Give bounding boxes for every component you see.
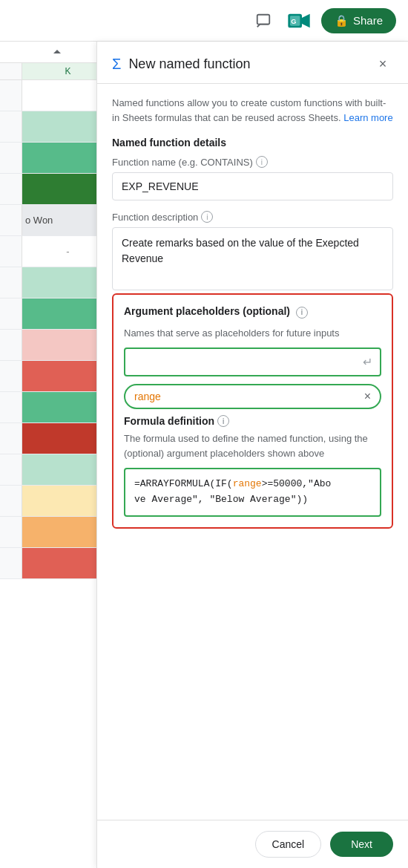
main-area: K o Won bbox=[0, 42, 408, 868]
panel-body: Named functions allow you to create cust… bbox=[97, 84, 408, 820]
panel-footer: Cancel Next bbox=[97, 820, 408, 868]
arg-desc: Names that serve as placeholders for fut… bbox=[124, 326, 381, 341]
row-num bbox=[0, 517, 22, 547]
cancel-button[interactable]: Cancel bbox=[255, 831, 322, 858]
row-num-header bbox=[0, 63, 22, 79]
enter-icon[interactable]: ↵ bbox=[363, 355, 372, 369]
svg-text:G: G bbox=[291, 18, 296, 25]
row-num bbox=[0, 236, 22, 267]
arg-input[interactable] bbox=[133, 356, 363, 368]
learn-more-link[interactable]: Learn more bbox=[343, 112, 392, 123]
comments-icon[interactable] bbox=[250, 7, 277, 34]
range-tag-text: range bbox=[134, 391, 364, 402]
row-num bbox=[0, 298, 22, 329]
panel: Σ New named function × Named functions a… bbox=[96, 42, 408, 868]
row-num bbox=[0, 111, 22, 142]
fn-name-label: Function name (e.g. CONTAINS) i bbox=[112, 156, 393, 168]
sigma-icon: Σ bbox=[112, 56, 121, 73]
close-icon[interactable]: × bbox=[372, 53, 393, 74]
row-num bbox=[0, 174, 22, 204]
panel-header: Σ New named function × bbox=[97, 42, 408, 84]
row-num bbox=[0, 330, 22, 360]
svg-marker-2 bbox=[302, 13, 310, 27]
share-label: Share bbox=[353, 14, 383, 27]
formula-input-wrapper[interactable]: =ARRAYFORMULA(IF(range>=50000,"Above Ave… bbox=[124, 468, 381, 517]
row-num bbox=[0, 80, 22, 111]
section-details-title: Named function details bbox=[112, 137, 393, 149]
formula-text[interactable]: =ARRAYFORMULA(IF(range>=50000,"Above Ave… bbox=[134, 477, 371, 508]
arg-info-icon[interactable]: i bbox=[296, 307, 308, 319]
row-num bbox=[0, 454, 22, 485]
meet-icon[interactable]: G bbox=[283, 7, 315, 34]
arg-input-wrapper[interactable]: ↵ bbox=[124, 347, 381, 376]
panel-title: New named function bbox=[128, 56, 365, 72]
range-remove-icon[interactable]: × bbox=[364, 390, 371, 403]
fn-name-info-icon[interactable]: i bbox=[256, 156, 268, 168]
intro-text: Named functions allow you to create cust… bbox=[112, 96, 393, 125]
fn-name-input[interactable] bbox=[112, 172, 393, 200]
share-button[interactable]: 🔒 Share bbox=[321, 8, 396, 33]
formula-info-icon[interactable]: i bbox=[217, 415, 229, 427]
row-num bbox=[0, 143, 22, 173]
fn-desc-info-icon[interactable]: i bbox=[201, 211, 213, 223]
arg-section-title: Argument placeholders (optional) i bbox=[124, 305, 381, 319]
row-num bbox=[0, 548, 22, 578]
row-num bbox=[0, 205, 22, 235]
row-num bbox=[0, 267, 22, 298]
formula-label: Formula definition i bbox=[124, 415, 381, 427]
fn-desc-input[interactable] bbox=[112, 227, 393, 290]
row-num bbox=[0, 486, 22, 516]
red-section: Argument placeholders (optional) i Names… bbox=[112, 293, 393, 529]
top-bar: G 🔒 Share bbox=[0, 0, 408, 42]
bottom-spacer bbox=[112, 541, 393, 585]
range-tag-wrapper[interactable]: range × bbox=[124, 384, 381, 409]
row-num bbox=[0, 423, 22, 454]
svg-rect-0 bbox=[257, 14, 270, 24]
formula-desc: The formula used to define the named fun… bbox=[124, 431, 381, 460]
fn-desc-label: Function description i bbox=[112, 211, 393, 223]
row-num bbox=[0, 392, 22, 422]
next-button[interactable]: Next bbox=[330, 832, 393, 857]
lock-icon: 🔒 bbox=[335, 14, 349, 27]
row-num bbox=[0, 361, 22, 391]
